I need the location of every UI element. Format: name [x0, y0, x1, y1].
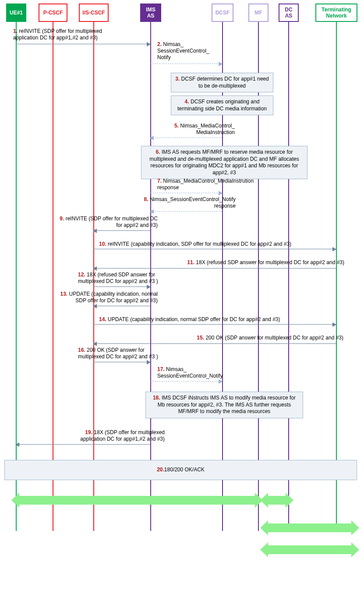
arrow-step10 — [93, 249, 336, 249]
note-step20: 20. 180/200 OK/ACK — [4, 460, 357, 480]
note-step4: 4. DCSF creates originating and terminat… — [171, 95, 273, 115]
label-step19: 19. 18X (SDP offer for multiplexed appli… — [68, 429, 165, 442]
label-step10: 10. reINVITE (capability indication, SDP… — [99, 241, 309, 247]
arrow-step8 — [150, 211, 222, 212]
lifeline-dcas — [288, 22, 289, 531]
arrow-step12 — [93, 286, 150, 287]
participant-iscscf: I/S-CSCF — [79, 4, 109, 22]
media-flow-2 — [268, 496, 286, 505]
participant-ue1: UE#1 — [6, 4, 26, 22]
participant-dcsf: DCSF — [212, 4, 233, 22]
label-step12: 12. 18X (refused SDP answer for multiple… — [78, 272, 170, 285]
arrow-step19 — [16, 444, 150, 445]
label-step2: 2. Nimsas_ SessionEventControl_ Notify — [157, 41, 223, 61]
note-step3: 3. DCSF determines DC for app#1 need to … — [171, 73, 273, 92]
participant-dcas: DC AS — [279, 4, 299, 22]
lifeline-pcscf — [53, 22, 53, 531]
label-step14: 14. UPDATE (capability indication, norma… — [99, 316, 300, 323]
label-step1: 1. reINVITE (SDP offer for multiplexed a… — [13, 28, 127, 41]
media-flow-3 — [268, 523, 351, 532]
arrow-step7 — [150, 193, 222, 193]
label-step7: 7. Nimsas_MediaControl_MediaInstrution r… — [157, 178, 262, 191]
arrow-step16 — [93, 362, 150, 362]
sequence-diagram: UE#1 P-CSCF I/S-CSCF IMS AS DCSF MF DC A… — [0, 0, 364, 601]
lifeline-term — [336, 22, 337, 531]
label-step9: 9. reINVITE (SDP offer for multiplexed D… — [57, 216, 158, 229]
label-step11: 11. 18X (refused SDP answer for multiple… — [178, 259, 344, 266]
arrow-step14 — [93, 324, 336, 325]
arrow-step17 — [150, 381, 222, 382]
participant-term: Terminating Network — [315, 4, 357, 22]
media-flow-4 — [268, 545, 351, 554]
label-step17: 17. Nimsas_ SessionEventControl_Notify — [157, 366, 236, 379]
arrow-step1 — [16, 44, 150, 44]
note-step6: 6. IMS AS requests MF/MRF to reserve med… — [141, 146, 307, 179]
arrow-step5 — [150, 138, 222, 138]
arrow-step11 — [93, 268, 336, 269]
arrow-step13 — [93, 306, 150, 306]
label-step16: 16. 200 OK (SDP answer for multiplexed D… — [78, 347, 170, 360]
media-flow-1 — [19, 496, 255, 505]
note-step18: 18. IMS DCSF iNstructs IMS AS to modify … — [145, 392, 303, 418]
arrow-step2 — [150, 64, 222, 64]
participant-imsas: IMS AS — [140, 4, 161, 22]
participant-pcscf: P-CSCF — [39, 4, 67, 22]
arrow-step9 — [93, 230, 150, 231]
arrow-step15 — [93, 343, 336, 344]
label-step5: 5. Nimsas_MediaControl_ MediaInstruction — [160, 123, 235, 136]
participant-mf: MF — [248, 4, 269, 22]
label-step15: 15. 200 OK (SDP answer for multiplexed D… — [181, 335, 343, 341]
label-step13: 13. UPDATE (capability indication, norma… — [48, 291, 158, 304]
lifeline-ue1 — [16, 22, 17, 531]
label-step8: 8. Nimsas_SessionEventControl_Notify res… — [123, 196, 236, 209]
